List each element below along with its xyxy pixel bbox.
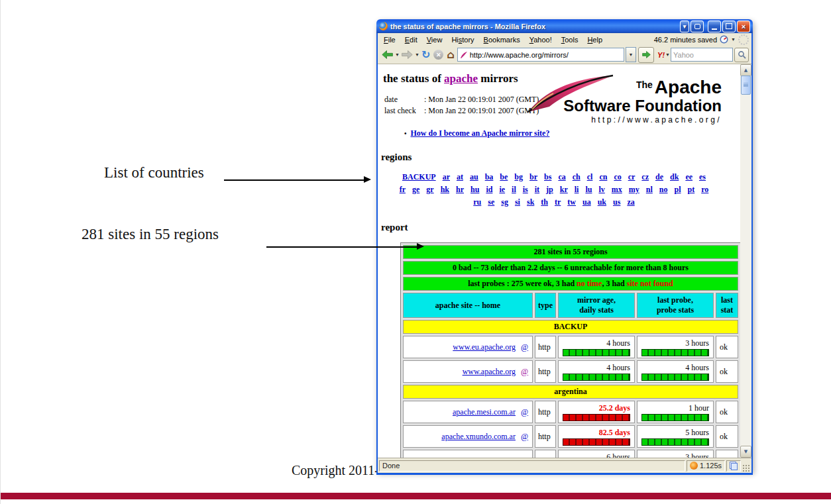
site-link[interactable]: apache.localhost.net.ar	[443, 456, 516, 458]
region-link[interactable]: ch	[573, 172, 581, 181]
status-extension-slot[interactable]	[726, 460, 741, 472]
search-input[interactable]	[671, 48, 733, 62]
region-link[interactable]: kr	[560, 185, 568, 194]
region-link[interactable]: hr	[456, 185, 464, 194]
region-link[interactable]: cr	[628, 172, 636, 181]
resize-grip[interactable]	[742, 464, 750, 472]
vertical-scrollbar[interactable]: ▲ ▼	[740, 64, 751, 458]
forward-history-dropdown[interactable]: ▼	[415, 52, 419, 57]
menu-item[interactable]: View	[422, 34, 447, 45]
url-dropdown-button[interactable]: ▼	[626, 47, 636, 62]
site-home-link[interactable]: @	[521, 432, 528, 441]
site-home-link[interactable]: @	[521, 407, 528, 417]
region-link[interactable]: ba	[485, 172, 494, 181]
menu-item[interactable]: Edit	[400, 34, 422, 45]
region-link[interactable]: ua	[582, 197, 591, 207]
region-link[interactable]: us	[613, 197, 620, 207]
scrollbar-thumb[interactable]	[741, 76, 751, 95]
title-bar[interactable]: the status of apache mirrors - Mozilla F…	[376, 19, 753, 33]
region-link[interactable]: id	[486, 185, 492, 194]
region-link[interactable]: pl	[675, 185, 681, 194]
region-link[interactable]: hu	[471, 185, 479, 194]
region-link[interactable]: li	[575, 185, 579, 194]
region-link[interactable]: bs	[544, 172, 551, 181]
menu-item[interactable]: Yahoo!	[525, 34, 557, 45]
extension-window-button[interactable]	[691, 21, 704, 32]
region-link[interactable]: BACKUP	[402, 172, 436, 181]
site-link[interactable]: www.apache.org	[463, 367, 516, 376]
region-link[interactable]: ie	[499, 185, 505, 194]
chevron-down-icon[interactable]: ▼	[731, 37, 736, 42]
region-link[interactable]: fr	[400, 185, 406, 194]
become-mirror-link[interactable]: How do I become an Apache mirror site?	[411, 128, 550, 138]
site-link[interactable]: www.eu.apache.org	[453, 342, 516, 352]
extension-dropdown-button[interactable]: ▾	[680, 21, 689, 32]
scroll-down-button[interactable]: ▼	[740, 446, 751, 458]
region-link[interactable]: be	[500, 172, 508, 181]
back-history-dropdown[interactable]: ▼	[395, 52, 400, 57]
region-link[interactable]: hk	[441, 185, 449, 194]
region-link[interactable]: sk	[527, 197, 534, 207]
region-link[interactable]: nl	[646, 185, 653, 194]
scroll-up-button[interactable]: ▲	[740, 64, 751, 76]
site-home-link[interactable]: @	[521, 342, 528, 352]
minimize-button[interactable]	[708, 21, 721, 32]
region-link[interactable]: ee	[685, 172, 692, 181]
region-link[interactable]: il	[512, 185, 516, 194]
region-link[interactable]: dk	[670, 172, 679, 181]
menu-item[interactable]: Tools	[557, 34, 583, 45]
go-button[interactable]	[638, 47, 654, 63]
region-link[interactable]: lu	[585, 185, 592, 194]
region-link[interactable]: uk	[598, 197, 606, 207]
region-link[interactable]: za	[627, 197, 634, 207]
region-link[interactable]: bg	[514, 172, 523, 181]
menu-item[interactable]: History	[447, 34, 478, 45]
region-link[interactable]: pt	[688, 185, 695, 194]
region-link[interactable]: mx	[612, 185, 622, 194]
close-button[interactable]: ×	[737, 21, 750, 32]
site-link[interactable]: apache.mesi.com.ar	[453, 407, 516, 417]
region-link[interactable]: my	[629, 185, 639, 194]
site-home-link[interactable]: @	[521, 367, 528, 376]
site-home-link[interactable]: @	[521, 456, 528, 458]
url-bar[interactable]	[457, 48, 624, 62]
stop-button[interactable]: ✕	[432, 47, 445, 63]
region-link[interactable]: ca	[558, 172, 565, 181]
region-link[interactable]: tw	[567, 197, 576, 207]
region-link[interactable]: cz	[641, 172, 649, 181]
search-icon[interactable]	[734, 48, 749, 62]
region-link[interactable]: jp	[546, 185, 553, 194]
region-link[interactable]: is	[523, 185, 528, 194]
yahoo-logo[interactable]: Y!	[657, 51, 665, 59]
back-button[interactable]	[380, 47, 394, 63]
region-link[interactable]: si	[515, 197, 520, 207]
menu-item[interactable]: Bookmarks	[479, 34, 525, 45]
region-link[interactable]: lv	[598, 185, 604, 194]
maximize-button[interactable]	[722, 21, 736, 32]
forward-button[interactable]	[400, 47, 414, 63]
menu-item[interactable]: File	[379, 34, 400, 45]
region-link[interactable]: no	[659, 185, 668, 194]
region-link[interactable]: de	[655, 172, 663, 181]
menu-item[interactable]: Help	[582, 34, 607, 45]
region-link[interactable]: at	[457, 172, 463, 181]
region-link[interactable]: cl	[587, 172, 593, 181]
region-link[interactable]: cn	[599, 172, 607, 181]
region-link[interactable]: se	[488, 197, 494, 207]
apache-link[interactable]: apache	[444, 72, 478, 85]
search-engine-dropdown[interactable]: ▼	[665, 52, 670, 57]
region-link[interactable]: es	[699, 172, 706, 181]
region-link[interactable]: th	[541, 197, 548, 207]
home-button[interactable]: ⌂	[445, 47, 455, 63]
url-input[interactable]	[470, 51, 622, 59]
site-link[interactable]: apache.xmundo.com.ar	[441, 432, 516, 441]
gauge-icon[interactable]	[720, 35, 728, 44]
region-link[interactable]: ar	[443, 172, 450, 181]
region-link[interactable]: sg	[501, 197, 508, 207]
region-link[interactable]: gr	[426, 185, 433, 194]
reload-button[interactable]: ↻	[420, 47, 431, 63]
region-link[interactable]: it	[535, 185, 539, 194]
region-link[interactable]: ru	[473, 197, 481, 207]
region-link[interactable]: co	[614, 172, 621, 181]
region-link[interactable]: au	[470, 172, 478, 181]
